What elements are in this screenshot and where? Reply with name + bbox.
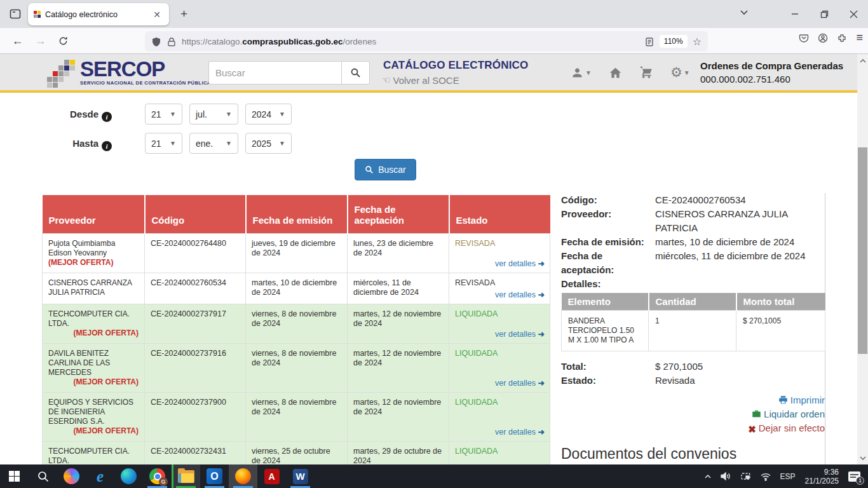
home-button[interactable] — [609, 66, 622, 79]
best-offer-badge: (MEJOR OFERTA) — [48, 426, 139, 436]
browser-tab[interactable]: Catálogo electrónico ✕ — [28, 3, 169, 25]
firefox-view-icon[interactable] — [6, 5, 24, 23]
imprimir-link[interactable]: Imprimir — [561, 393, 825, 407]
arrow-right-icon: ➜ — [538, 428, 545, 437]
screen: Catálogo electrónico ✕ + ← → — [0, 0, 868, 488]
acrobat-icon[interactable]: A — [257, 464, 286, 488]
scroll-up-icon[interactable] — [857, 55, 868, 66]
from-month-select[interactable]: jul.▼ — [189, 104, 238, 125]
search-button[interactable] — [341, 61, 370, 85]
url-bar[interactable]: https://catalogo.compraspublicas.gob.ec/… — [145, 31, 708, 51]
fecha-emision-value: martes, 10 de diciembre de 2024 — [655, 235, 825, 249]
window-scrollbar[interactable] — [857, 54, 868, 464]
scroll-down-icon[interactable] — [857, 452, 868, 463]
back-button[interactable]: ← — [8, 31, 27, 51]
reload-button[interactable] — [53, 31, 73, 51]
table-row[interactable]: EQUIPOS Y SERVICIOS DE INGENIERIA ESERDI… — [43, 392, 550, 441]
sercop-logo[interactable]: SERCOP SERVICIO NACIONAL DE CONTRATACIÓN… — [47, 58, 211, 88]
brand-name: SERCOP — [80, 58, 211, 79]
taskbar-search-icon[interactable] — [29, 464, 57, 488]
internet-explorer-icon[interactable]: e — [86, 464, 114, 488]
language-indicator[interactable]: ESP — [776, 464, 800, 488]
page-content: Desdei 21▼ jul.▼ 2024▼ Hastai 21▼ ene.▼ … — [0, 93, 857, 464]
ver-detalles-link[interactable]: ver detalles ➜ — [495, 330, 545, 339]
dejar-sin-efecto-link[interactable]: ✖Dejar sin efecto — [561, 421, 825, 437]
search-input[interactable] — [208, 61, 341, 85]
menu-icon[interactable]: ≡ — [856, 31, 863, 44]
browser-tab-bar: Catálogo electrónico ✕ + — [0, 0, 868, 28]
screen-cast-icon[interactable] — [736, 464, 756, 488]
to-year-select[interactable]: 2025▼ — [245, 133, 292, 154]
best-offer-badge: (MEJOR OFERTA) — [48, 329, 139, 338]
firefox-icon[interactable] — [229, 464, 257, 488]
start-button[interactable] — [0, 464, 29, 488]
order-items-table: Elemento Cantidad Monto total BANDERA TE… — [561, 293, 825, 351]
wifi-icon[interactable] — [756, 464, 776, 488]
tray-chevron-up-icon[interactable] — [700, 464, 716, 488]
to-day-select[interactable]: 21▼ — [145, 133, 182, 154]
total-label: Total: — [561, 360, 655, 374]
shield-icon[interactable] — [151, 36, 161, 47]
cart-button[interactable] — [639, 65, 653, 79]
notification-badge: 1 — [856, 477, 864, 485]
arrow-right-icon: ➜ — [538, 330, 545, 339]
liquidar-orden-link[interactable]: Liquidar orden — [561, 407, 825, 421]
proveedor-value: CISNEROS CARRANZA JULIA PATRICIA — [655, 207, 825, 235]
status-badge: LIQUIDADA — [455, 309, 498, 318]
tab-close-icon[interactable]: ✕ — [151, 9, 163, 20]
new-tab-button[interactable]: + — [177, 6, 191, 22]
close-window-button[interactable] — [839, 0, 868, 28]
fecha-aceptacion-value: miércoles, 11 de diciembre de 2024 — [655, 249, 825, 277]
reader-mode-icon[interactable] — [644, 36, 654, 47]
zoom-level[interactable]: 110% — [660, 35, 688, 48]
ver-detalles-link[interactable]: ver detalles ➜ — [495, 259, 545, 269]
bookmark-star-icon[interactable]: ☆ — [693, 36, 702, 48]
buscar-button[interactable]: Buscar — [355, 159, 416, 180]
status-badge: LIQUIDADA — [455, 349, 498, 358]
user-menu-button[interactable]: ▼ — [571, 66, 592, 79]
volver-al-soce-link[interactable]: ☜ Volver al SOCE — [382, 74, 459, 86]
tab-favicon — [34, 11, 41, 18]
status-badge: LIQUIDADA — [455, 447, 498, 456]
scrollbar-thumb[interactable] — [858, 147, 867, 354]
fecha-aceptacion-label: Fecha de aceptación: — [561, 249, 655, 277]
from-day-select[interactable]: 21▼ — [145, 104, 182, 125]
info-icon[interactable]: i — [102, 141, 112, 151]
minimize-button[interactable] — [780, 0, 810, 28]
restore-button[interactable] — [810, 0, 839, 28]
fecha-emision-label: Fecha de emisión: — [561, 235, 655, 249]
proveedor-label: Proveedor: — [561, 207, 655, 235]
clock[interactable]: 9:36 21/1/2025 — [800, 468, 844, 485]
file-explorer-icon[interactable] — [172, 464, 200, 488]
account-icon[interactable] — [818, 32, 828, 44]
edge-icon[interactable] — [114, 464, 143, 488]
notification-center-icon[interactable]: 1 — [844, 464, 868, 488]
chrome-icon[interactable]: G — [143, 464, 172, 488]
arrow-right-icon: ➜ — [538, 290, 545, 299]
table-row[interactable]: CISNEROS CARRANZA JULIA PATRICIA CE-2024… — [43, 273, 550, 304]
from-year-select[interactable]: 2024▼ — [245, 104, 292, 125]
to-month-select[interactable]: ene.▼ — [189, 133, 238, 154]
copilot-icon[interactable] — [57, 464, 86, 488]
hand-left-icon: ☜ — [382, 74, 390, 86]
extensions-icon[interactable] — [837, 32, 847, 44]
total-value: $ 270,1005 — [655, 360, 825, 374]
list-all-tabs-icon[interactable] — [740, 8, 749, 17]
settings-menu-button[interactable]: ⚙▼ — [670, 65, 690, 80]
table-row[interactable]: Pujota Quimbiamba Edison Yeovanny (MEJOR… — [43, 233, 550, 273]
volume-icon[interactable] — [716, 464, 736, 488]
ver-detalles-link[interactable]: ver detalles ➜ — [495, 428, 545, 437]
word-icon[interactable]: W — [286, 464, 315, 488]
table-row[interactable]: TECHCOMPUTER CIA. LTDA.(MEJOR OFERTA) CE… — [43, 304, 550, 343]
outlook-icon[interactable]: O — [200, 464, 229, 488]
table-row[interactable]: DAVILA BENITEZ CARLINA DE LAS MERCEDES(M… — [43, 343, 550, 392]
forward-button[interactable]: → — [31, 31, 50, 51]
ver-detalles-link[interactable]: ver detalles ➜ — [495, 290, 545, 300]
detalles-label: Detalles: — [561, 277, 655, 291]
pocket-icon[interactable] — [799, 32, 809, 44]
desde-label: Desdei — [0, 109, 112, 122]
ver-detalles-link[interactable]: ver detalles ➜ — [495, 379, 545, 388]
info-icon[interactable]: i — [102, 112, 112, 122]
codigo-value: CE-20240002760534 — [655, 193, 825, 207]
lock-icon[interactable] — [166, 36, 177, 47]
